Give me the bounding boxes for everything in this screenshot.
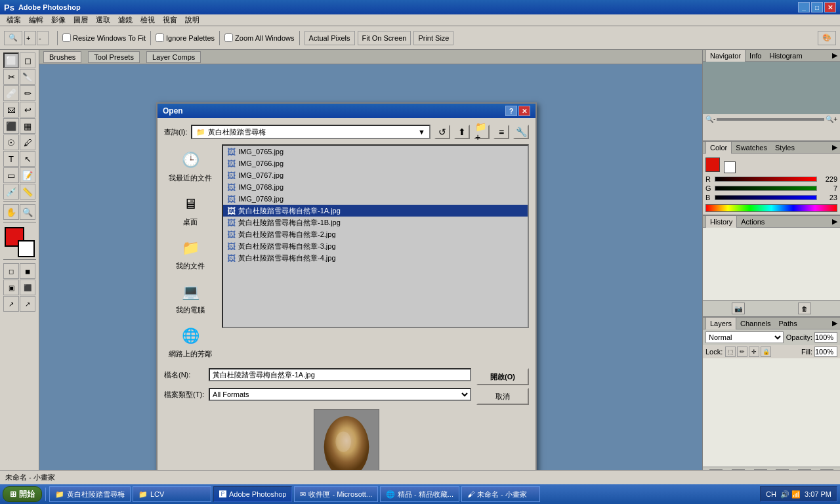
tool-eraser[interactable]: ⬛ bbox=[3, 118, 19, 134]
tab-tool-presets[interactable]: Tool Presets bbox=[88, 51, 140, 63]
tool-select-lasso[interactable]: ◻ bbox=[20, 52, 35, 68]
fill-input[interactable] bbox=[814, 346, 837, 357]
tool-pen[interactable]: 🖊 bbox=[20, 135, 35, 150]
lock-position-btn[interactable]: ✛ bbox=[749, 346, 759, 357]
open-btn[interactable]: 開啟(O) bbox=[476, 368, 529, 385]
tab-histogram[interactable]: Histogram bbox=[765, 50, 806, 62]
tab-paths[interactable]: Paths bbox=[775, 318, 801, 329]
zoom-all-input[interactable] bbox=[224, 33, 233, 42]
dialog-close-btn[interactable]: ✕ bbox=[518, 106, 530, 116]
history-expand[interactable]: ▶ bbox=[832, 217, 837, 226]
file-item-0767[interactable]: 🖼 IMG_0767.jpg bbox=[223, 169, 528, 181]
navigator-expand[interactable]: ▶ bbox=[832, 51, 837, 60]
tool-screen-full[interactable]: ⬛ bbox=[20, 280, 35, 295]
view-mode-btn[interactable]: ≡ bbox=[494, 125, 509, 139]
layers-expand[interactable]: ▶ bbox=[832, 319, 837, 327]
menu-window[interactable]: 視窗 bbox=[159, 15, 181, 25]
tab-actions[interactable]: Actions bbox=[737, 216, 768, 228]
sidebar-network[interactable]: 🌐 網路上的芳鄰 bbox=[164, 320, 217, 363]
tool-path-select[interactable]: ↖ bbox=[20, 151, 35, 167]
color-expand[interactable]: ▶ bbox=[832, 143, 837, 152]
ignore-palettes-input[interactable] bbox=[156, 33, 164, 42]
background-color[interactable] bbox=[18, 240, 35, 257]
tool-eyedropper[interactable]: 💉 bbox=[3, 184, 19, 200]
zoom-in-btn[interactable]: + bbox=[24, 31, 36, 45]
color-preview-bg[interactable] bbox=[724, 161, 736, 173]
lang-indicator[interactable]: CH bbox=[766, 490, 776, 498]
opacity-input[interactable] bbox=[814, 332, 837, 343]
tool-heal[interactable]: 🩹 bbox=[3, 85, 19, 101]
tool-jump[interactable]: ↗ bbox=[3, 296, 19, 312]
menu-file[interactable]: 檔案 bbox=[3, 15, 25, 25]
nav-zoom-in-icon[interactable]: 🔍+ bbox=[826, 116, 837, 123]
history-delete-btn[interactable]: 🗑 bbox=[798, 303, 811, 314]
channel-g-bar[interactable] bbox=[715, 186, 817, 191]
menu-image[interactable]: 影像 bbox=[47, 15, 70, 25]
tab-styles[interactable]: Styles bbox=[771, 142, 799, 154]
nav-up-btn[interactable]: ⬆ bbox=[454, 125, 470, 139]
location-select[interactable]: 📁 黃白杜陵踏雪尋梅 ▼ bbox=[191, 125, 430, 139]
menu-filter[interactable]: 濾鏡 bbox=[114, 15, 136, 25]
tool-type[interactable]: T bbox=[3, 151, 19, 167]
fit-on-screen-btn[interactable]: Fit On Screen bbox=[358, 31, 411, 45]
file-tools-btn[interactable]: 🔧 bbox=[513, 125, 529, 139]
tab-navigator[interactable]: Navigator bbox=[705, 50, 746, 62]
tool-gradient[interactable]: ▦ bbox=[20, 118, 35, 134]
zoom-all-check[interactable]: Zoom All Windows bbox=[224, 33, 294, 42]
taskbar-item-3[interactable]: ✉ 收件匣 - Microsott... bbox=[294, 486, 378, 502]
file-list[interactable]: 🖼 IMG_0765.jpg 🖼 IMG_0766.jpg 🖼 IMG_0767… bbox=[222, 144, 529, 328]
tab-layers[interactable]: Layers bbox=[705, 318, 736, 329]
menu-help[interactable]: 說明 bbox=[181, 15, 203, 25]
tool-brush[interactable]: ✏ bbox=[20, 85, 35, 101]
tool-mode-standard[interactable]: ◻ bbox=[3, 263, 19, 279]
tab-layer-comps[interactable]: Layer Comps bbox=[146, 51, 201, 63]
tool-clone[interactable]: 🖂 bbox=[3, 102, 19, 117]
tab-brushes[interactable]: Brushes bbox=[43, 51, 81, 63]
menu-view[interactable]: 檢視 bbox=[136, 15, 159, 25]
cancel-btn[interactable]: 取消 bbox=[476, 388, 529, 405]
tab-info[interactable]: Info bbox=[746, 50, 765, 62]
create-folder-btn[interactable]: 📁+ bbox=[474, 125, 490, 139]
file-item-0769[interactable]: 🖼 IMG_0769.jpg bbox=[223, 193, 528, 205]
tab-color[interactable]: Color bbox=[705, 142, 732, 154]
menu-edit[interactable]: 編輯 bbox=[25, 15, 47, 25]
tool-shape[interactable]: ▭ bbox=[3, 167, 19, 183]
tool-hand[interactable]: ✋ bbox=[3, 204, 19, 220]
taskbar-item-5[interactable]: 🖌 未命名 - 小畫家 bbox=[461, 486, 540, 502]
palette-btn[interactable]: 🎨 bbox=[818, 31, 836, 45]
taskbar-item-0[interactable]: 📁 黃白杜陵踏雪尋梅 bbox=[49, 486, 131, 502]
nav-zoom-out-icon[interactable]: 🔍- bbox=[705, 116, 715, 123]
nav-zoom-slider[interactable] bbox=[717, 118, 824, 121]
channel-b-bar[interactable] bbox=[715, 195, 817, 200]
lock-image-btn[interactable]: ✏ bbox=[737, 346, 747, 357]
sidebar-recent[interactable]: 🕒 我最近的文件 bbox=[164, 144, 217, 187]
sidebar-my-computer[interactable]: 💻 我的電腦 bbox=[164, 276, 217, 319]
taskbar-item-2[interactable]: 🅿 Adobe Photoshop bbox=[213, 486, 292, 502]
filetype-select[interactable]: All Formats bbox=[209, 388, 471, 401]
resize-windows-input[interactable] bbox=[62, 33, 71, 42]
file-item-2[interactable]: 🖼 黃白杜陵踏雪尋梅自然章-2.jpg bbox=[223, 228, 528, 240]
color-preview-fg[interactable] bbox=[705, 158, 720, 172]
tab-swatches[interactable]: Swatches bbox=[732, 142, 771, 154]
close-btn[interactable]: ✕ bbox=[824, 2, 836, 12]
taskbar-item-1[interactable]: 📁 LCV bbox=[133, 486, 211, 502]
lock-transparent-btn[interactable]: ⬚ bbox=[725, 346, 736, 357]
menu-layer[interactable]: 圖層 bbox=[70, 15, 92, 25]
menu-select[interactable]: 選取 bbox=[92, 15, 114, 25]
tool-zoom-btn[interactable]: 🔍 bbox=[4, 31, 22, 45]
tool-history-brush[interactable]: ↩ bbox=[20, 102, 35, 117]
tab-channels[interactable]: Channels bbox=[736, 318, 774, 329]
channel-r-bar[interactable] bbox=[715, 177, 817, 182]
tool-crop[interactable]: ✂ bbox=[3, 69, 19, 85]
file-item-0765[interactable]: 🖼 IMG_0765.jpg bbox=[223, 146, 528, 158]
sidebar-my-docs[interactable]: 📁 我的文件 bbox=[164, 232, 217, 275]
history-snapshot-btn[interactable]: 📷 bbox=[732, 303, 745, 314]
tool-slice[interactable]: 🔪 bbox=[20, 69, 35, 85]
file-item-1a[interactable]: 🖼 黃白杜陵踏雪尋梅自然章-1A.jpg bbox=[223, 205, 528, 217]
print-size-btn[interactable]: Print Size bbox=[413, 31, 453, 45]
file-item-0766[interactable]: 🖼 IMG_0766.jpg bbox=[223, 158, 528, 169]
tool-jump2[interactable]: ↗ bbox=[20, 296, 35, 312]
sidebar-desktop[interactable]: 🖥 桌面 bbox=[164, 188, 217, 231]
dialog-help-btn[interactable]: ? bbox=[505, 106, 517, 116]
minimize-btn[interactable]: _ bbox=[798, 2, 810, 12]
